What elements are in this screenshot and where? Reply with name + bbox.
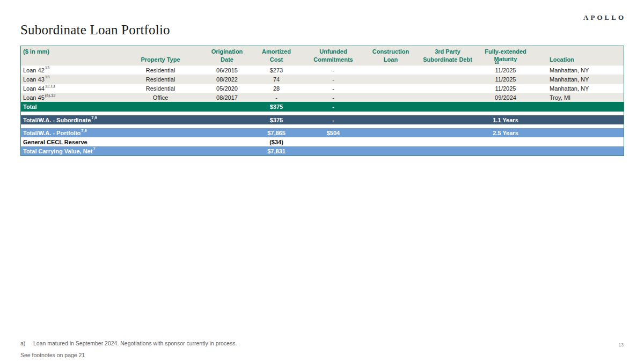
row-spacer (21, 112, 624, 115)
footnote-marker: a) (20, 340, 33, 346)
origination-date-cell: 08/2017 (195, 93, 259, 102)
col-header-construction-loan: Construction Loan (372, 46, 409, 65)
unfunded-commitments-cell: - (294, 75, 372, 84)
col-header-amortized-cost: Amortized Cost (259, 46, 294, 65)
row-spacer (21, 124, 624, 128)
portfolio-total-row: Total/W.A. - Portfolio7,9 $7,865 $504 2.… (21, 128, 624, 137)
page-number: 13 (619, 342, 624, 348)
loan-label: Loan 4213 (21, 65, 126, 75)
table-row-loan-44: Loan 4412,13 Residential 05/2020 28 - 11… (21, 84, 624, 93)
slide: APOLLO Subordinate Loan Portfolio ($ in … (0, 0, 644, 362)
subordinate-maturity: 1.1 Years (486, 115, 525, 124)
maturity-cell: 11/2025 (486, 84, 525, 93)
maturity-cell: 11/2025 (486, 75, 525, 84)
table-header-row: ($ in mm) Property Type Origination Date… (21, 46, 624, 65)
cecl-reserve-row: General CECL Reserve ($34) (21, 137, 624, 146)
subordinate-total-row: Total/W.A. - Subordinate7,9 $375 - 1.1 Y… (21, 115, 624, 124)
portfolio-maturity: 2.5 Years (486, 128, 525, 137)
construction-loan-cell (372, 65, 409, 75)
footnote-text: Loan matured in September 2024. Negotiat… (33, 340, 237, 346)
see-footnotes-note: See footnotes on page 21 (20, 352, 85, 358)
property-type-cell: Residential (126, 65, 195, 75)
third-party-subordinate-debt-cell (409, 93, 486, 102)
col-header-unfunded-commitments: Unfunded Commitments (294, 46, 372, 65)
origination-date-cell: 05/2020 (195, 84, 259, 93)
cecl-label: General CECL Reserve (21, 137, 126, 146)
third-party-subordinate-debt-cell (409, 75, 486, 84)
amortized-cost-cell: $273 (259, 65, 294, 75)
location-cell: Manhattan, NY (525, 84, 624, 93)
loan-label: Loan 45(a),12 (21, 93, 126, 102)
location-cell: Manhattan, NY (525, 65, 624, 75)
apollo-logo: APOLLO (583, 13, 626, 22)
col-header-fully-extended-maturity: Fully-extended Maturity10 (486, 46, 525, 65)
col-header-property-type: Property Type (126, 46, 195, 65)
maturity-cell: 11/2025 (486, 65, 525, 75)
location-cell: Manhattan, NY (525, 75, 624, 84)
carrying-value-label: Total Carrying Value, Net7 (21, 146, 126, 156)
total-row: Total $375 - (21, 102, 624, 112)
loan-portfolio-table: ($ in mm) Property Type Origination Date… (20, 46, 624, 156)
amortized-cost-cell: 28 (259, 84, 294, 93)
maturity-cell: 09/2024 (486, 93, 525, 102)
loan-label: Loan 4313 (21, 75, 126, 84)
portfolio-total-label: Total/W.A. - Portfolio7,9 (21, 128, 126, 137)
property-type-cell: Residential (126, 75, 195, 84)
total-label: Total (21, 102, 126, 112)
unfunded-commitments-cell: - (294, 93, 372, 102)
construction-loan-cell (372, 84, 409, 93)
footnote-a: a)Loan matured in September 2024. Negoti… (20, 340, 237, 346)
origination-date-cell: 08/2022 (195, 75, 259, 84)
units-header-cell: ($ in mm) (21, 46, 126, 65)
portfolio-unfunded: $504 (294, 128, 372, 137)
property-type-cell: Office (126, 93, 195, 102)
units-label: ($ in mm) (23, 48, 49, 55)
construction-loan-cell (372, 75, 409, 84)
cecl-amount: ($34) (259, 137, 294, 146)
carrying-value-amount: $7,831 (259, 146, 294, 156)
page-title: Subordinate Loan Portfolio (20, 23, 170, 38)
table-row-loan-42: Loan 4213 Residential 06/2015 $273 - 11/… (21, 65, 624, 75)
location-cell: Troy, MI (525, 93, 624, 102)
subordinate-unfunded: - (294, 115, 372, 124)
total-amortized-cost: $375 (259, 102, 294, 112)
table-row-loan-43: Loan 4313 Residential 08/2022 74 - 11/20… (21, 75, 624, 84)
construction-loan-cell (372, 93, 409, 102)
property-type-cell: Residential (126, 84, 195, 93)
unfunded-commitments-cell: - (294, 84, 372, 93)
amortized-cost-cell: - (259, 93, 294, 102)
loan-label: Loan 4412,13 (21, 84, 126, 93)
table-row-loan-45: Loan 45(a),12 Office 08/2017 - - 09/2024… (21, 93, 624, 102)
third-party-subordinate-debt-cell (409, 84, 486, 93)
col-header-location: Location (525, 46, 624, 65)
third-party-subordinate-debt-cell (409, 65, 486, 75)
footnote-superscript: 10 (495, 60, 499, 65)
total-unfunded: - (294, 102, 372, 112)
carrying-value-row: Total Carrying Value, Net7 $7,831 (21, 146, 624, 156)
origination-date-cell: 06/2015 (195, 65, 259, 75)
portfolio-amortized-cost: $7,865 (259, 128, 294, 137)
unfunded-commitments-cell: - (294, 65, 372, 75)
amortized-cost-cell: 74 (259, 75, 294, 84)
subordinate-amortized-cost: $375 (259, 115, 294, 124)
col-header-3rd-party-subordinate-debt: 3rd Party Subordinate Debt (409, 46, 486, 65)
col-header-origination-date: Origination Date (195, 46, 259, 65)
subordinate-total-label: Total/W.A. - Subordinate7,9 (21, 115, 126, 124)
